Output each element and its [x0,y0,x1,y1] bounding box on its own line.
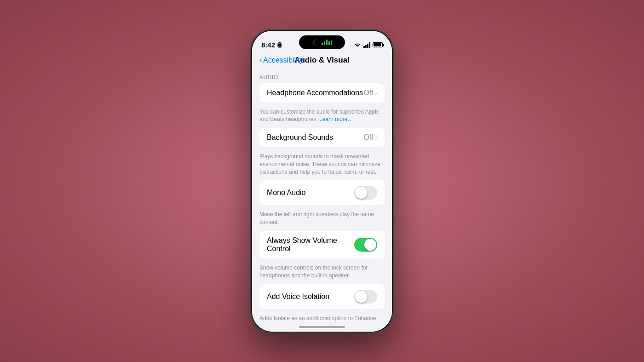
audio-bars-icon [322,40,332,45]
back-button[interactable]: ‹ Accessibility [259,55,303,65]
phone-device: 8:42 [251,29,393,333]
headphone-accommodations-label: Headphone Accommodations [267,89,363,97]
background-sounds-row[interactable]: Background Sounds Off › [259,128,385,147]
always-show-volume-toggle[interactable] [354,238,377,252]
add-voice-isolation-row: Add Voice Isolation [259,284,385,309]
add-voice-isolation-toggle[interactable] [354,290,377,304]
background-sounds-desc: Plays background sounds to mask unwanted… [252,151,392,180]
phone-body: 8:42 [251,29,393,333]
phone-screen: 8:42 [252,31,392,332]
home-bar [299,326,345,328]
headphone-accommodations-group: Headphone Accommodations Off › [259,83,385,103]
background-sounds-value: Off › [363,133,377,142]
background-sounds-label: Background Sounds [267,133,363,142]
chevron-icon: › [375,89,377,97]
home-indicator [252,322,392,332]
dynamic-island [299,35,345,49]
always-show-volume-desc: Show volume controls on the lock screen … [252,262,392,284]
mono-audio-row: Mono Audio [259,180,385,205]
toggle-knob [355,291,367,303]
scroll-content[interactable]: AUDIO Headphone Accommodations Off › You… [252,69,392,322]
headphone-accommodations-value: Off › [363,89,377,97]
add-voice-isolation-desc: Adds Isolate as an additional option to … [252,313,392,322]
background-sounds-group: Background Sounds Off › [259,128,385,147]
audio-section-label: AUDIO [252,69,392,83]
wifi-icon [354,42,361,48]
status-bar: 8:42 [252,31,392,54]
mono-audio-group: Mono Audio [259,180,385,205]
toggle-knob [355,187,367,199]
chevron-icon: › [375,134,377,141]
status-time: 8:42 [261,41,282,49]
toggle-knob [364,239,376,251]
always-show-volume-group: Always Show Volume Control [259,231,385,259]
always-show-volume-row: Always Show Volume Control [259,231,385,259]
mono-audio-toggle[interactable] [354,186,377,200]
nav-bar: ‹ Accessibility Audio & Visual [252,54,392,69]
headphone-accommodations-desc: You can customize the audio for supporte… [252,106,392,128]
add-voice-isolation-label: Add Voice Isolation [267,293,354,301]
learn-more-link[interactable]: Learn more… [319,116,353,122]
signal-icon [363,42,370,48]
battery-icon [373,42,383,47]
svg-rect-2 [278,43,281,46]
always-show-volume-label: Always Show Volume Control [267,236,354,253]
mono-audio-label: Mono Audio [267,189,354,197]
mono-audio-desc: Make the left and right speakers play th… [252,209,392,231]
headphone-accommodations-row[interactable]: Headphone Accommodations Off › [259,83,385,103]
add-voice-isolation-group: Add Voice Isolation [259,284,385,309]
status-icons [354,42,383,48]
